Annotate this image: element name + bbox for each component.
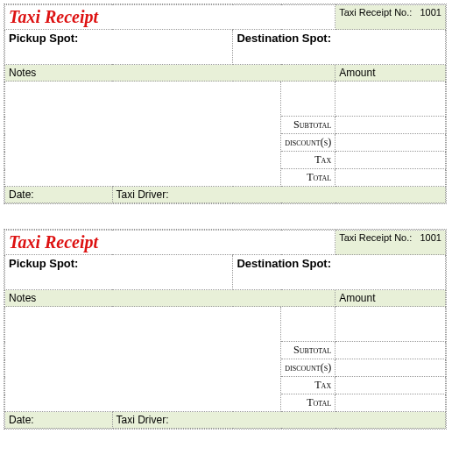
driver-label: Taxi Driver: (112, 412, 445, 429)
receipt-number-label: Taxi Receipt No.: (339, 232, 412, 243)
pickup-spot-label: Pickup Spot: (9, 32, 78, 45)
subtotal-value (335, 117, 446, 134)
receipt-number-cell: Taxi Receipt No.: 1001 (335, 231, 446, 255)
destination-spot-cell: Destination Spot: (233, 255, 446, 290)
total-value (335, 169, 446, 187)
subtotal-value (335, 342, 446, 359)
tax-value (335, 152, 446, 169)
receipt-number-cell: Taxi Receipt No.: 1001 (335, 5, 446, 30)
subtotal-label: Subtotal (281, 342, 335, 359)
driver-label: Taxi Driver: (112, 187, 445, 203)
discount-label: discount(s) (281, 359, 335, 377)
discount-label: discount(s) (281, 134, 335, 152)
receipt-2: Taxi Receipt Taxi Receipt No.: 1001 Pick… (4, 229, 447, 430)
amount-header: Amount (335, 290, 446, 307)
subtotal-label: Subtotal (281, 117, 335, 134)
line-amount-cell (335, 307, 446, 342)
tax-value (335, 377, 446, 394)
discount-value (335, 134, 446, 152)
receipt-table: Taxi Receipt Taxi Receipt No.: 1001 Pick… (4, 230, 446, 429)
receipt-number-value: 1001 (420, 7, 441, 18)
tax-label: Tax (281, 377, 335, 394)
pickup-spot-cell: Pickup Spot: (5, 255, 233, 290)
date-label: Date: (5, 412, 113, 429)
notes-body (5, 82, 281, 187)
tax-label: Tax (281, 152, 335, 169)
total-label: Total (281, 169, 335, 187)
receipt-1: Taxi Receipt Taxi Receipt No.: 1001 Pick… (4, 4, 447, 204)
pickup-spot-label: Pickup Spot: (9, 257, 78, 270)
date-label: Date: (5, 187, 113, 203)
receipt-title: Taxi Receipt (5, 231, 335, 255)
receipt-number-label: Taxi Receipt No.: (339, 7, 412, 18)
destination-spot-label: Destination Spot: (237, 32, 331, 45)
notes-header: Notes (5, 65, 335, 82)
line-amount-cell (335, 82, 446, 117)
pickup-spot-cell: Pickup Spot: (5, 30, 233, 65)
discount-value (335, 359, 446, 377)
notes-body (5, 307, 281, 412)
line-item-cell (281, 82, 335, 117)
destination-spot-cell: Destination Spot: (233, 30, 446, 65)
receipt-number-value: 1001 (420, 232, 441, 243)
notes-header: Notes (5, 290, 335, 307)
receipt-table: Taxi Receipt Taxi Receipt No.: 1001 Pick… (4, 4, 446, 203)
receipt-title: Taxi Receipt (5, 5, 335, 30)
amount-header: Amount (335, 65, 446, 82)
destination-spot-label: Destination Spot: (237, 257, 331, 270)
total-label: Total (281, 394, 335, 412)
total-value (335, 394, 446, 412)
line-item-cell (281, 307, 335, 342)
